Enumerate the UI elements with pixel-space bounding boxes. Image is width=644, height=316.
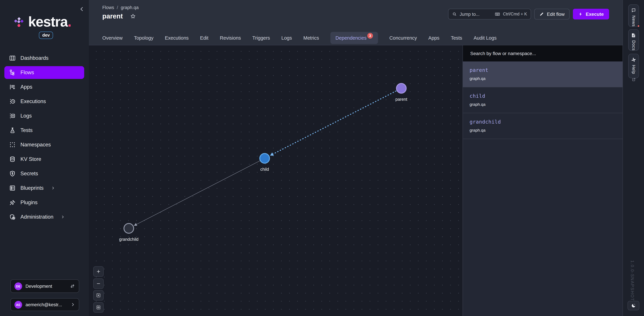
sidebar: kestra. dev DashboardsFlowsAppsExecution… [0, 0, 89, 316]
sidebar-item-label: Flows [20, 70, 34, 76]
sidebar-item-label: Dashboards [20, 55, 48, 61]
dependency-graph-canvas[interactable]: parentchildgrandchild [89, 45, 462, 316]
content-area: parentchildgrandchild parentgraph.qachil… [89, 45, 622, 316]
apps-icon [9, 84, 16, 90]
sidebar-item-tests[interactable]: Tests [4, 124, 84, 137]
sidebar-item-label: Logs [20, 113, 32, 119]
jump-to-search[interactable]: Jump to... Ctrl/Cmd + K [448, 9, 531, 20]
execute-button[interactable]: Execute [573, 9, 609, 20]
dependency-flow-name: grandchild [470, 119, 616, 125]
sidebar-item-label: Apps [20, 84, 32, 90]
edit-flow-label: Edit flow [547, 12, 565, 17]
tab-executions[interactable]: Executions [165, 35, 189, 41]
toolbar-help-button[interactable]: Help [628, 54, 639, 78]
sidebar-item-apps[interactable]: Apps [4, 81, 84, 93]
tab-overview[interactable]: Overview [102, 35, 122, 41]
sidebar-item-namespaces[interactable]: Namespaces [4, 138, 84, 151]
fit-view-button[interactable] [93, 302, 104, 312]
header-actions: Jump to... Ctrl/Cmd + K Edit flow [448, 9, 609, 20]
clear-selection-icon [96, 293, 101, 298]
breadcrumb-namespace[interactable]: graph.qa [121, 5, 139, 10]
kvstore-icon [9, 156, 16, 163]
sidebar-item-kv-store[interactable]: KV Store [4, 153, 84, 166]
zoom-in-button[interactable] [93, 266, 104, 277]
toolbar-news-button[interactable]: News [628, 4, 639, 27]
sidebar-collapse-icon[interactable] [79, 6, 85, 12]
lightning-bolt-icon [578, 12, 583, 17]
dependency-item-child[interactable]: childgraph.qa [463, 87, 622, 113]
sidebar-item-executions[interactable]: Executions [4, 95, 84, 108]
dependency-list: parentgraph.qachildgraph.qagrandchildgra… [463, 62, 622, 139]
docs-icon [631, 33, 636, 38]
tab-tests[interactable]: Tests [451, 35, 462, 41]
dependency-item-grandchild[interactable]: grandchildgraph.qa [463, 113, 622, 139]
tab-label: Dependencies [336, 35, 366, 41]
graph-node-parent[interactable] [396, 84, 406, 93]
executions-icon [9, 98, 16, 105]
swap-icon [70, 283, 75, 289]
sidebar-item-blueprints[interactable]: Blueprints [4, 182, 84, 194]
sidebar-item-label: Executions [20, 98, 46, 104]
dependency-namespace: graph.qa [470, 128, 616, 133]
graph-node-grandchild[interactable] [124, 223, 134, 233]
breadcrumb-flows[interactable]: Flows [102, 5, 114, 10]
sidebar-item-plugins[interactable]: Plugins [4, 196, 84, 209]
external-link-icon [632, 77, 636, 82]
zoom-out-button[interactable] [93, 278, 104, 289]
right-toolbar: NewsDocsHelp 1.0.0-SNAPSHOT [622, 0, 644, 316]
user-menu[interactable]: AE aemerich@kestr... [10, 298, 79, 311]
user-name: aemerich@kestr... [26, 302, 67, 307]
toolbar-label: Docs [631, 40, 636, 51]
graph-node-label-grandchild: grandchild [119, 237, 138, 242]
dependency-flow-name: parent [470, 67, 616, 73]
toolbar-docs-button[interactable]: Docs [628, 29, 639, 51]
dependency-search-input[interactable] [470, 50, 616, 56]
theme-toggle-button[interactable] [628, 301, 639, 310]
logs-icon [9, 113, 16, 119]
tab-concurrency[interactable]: Concurrency [390, 35, 417, 41]
tests-icon [9, 127, 16, 134]
dependency-graph: parentchildgrandchild [89, 45, 462, 316]
tab-revisions[interactable]: Revisions [220, 35, 241, 41]
tab-logs[interactable]: Logs [282, 35, 292, 41]
graph-node-label-parent: parent [396, 97, 407, 102]
fit-view-icon [96, 305, 101, 310]
tab-topology[interactable]: Topology [134, 35, 154, 41]
tab-badge: 3 [367, 33, 373, 39]
kestra-app: kestra. dev DashboardsFlowsAppsExecution… [0, 0, 644, 316]
tab-bar: OverviewTopologyExecutionsEditRevisionsT… [89, 31, 622, 45]
sidebar-item-logs[interactable]: Logs [4, 110, 84, 122]
sidebar-item-dashboards[interactable]: Dashboards [4, 52, 84, 65]
workspace-name: Development [26, 283, 66, 289]
workspace-switcher[interactable]: DE Development [10, 279, 79, 293]
sidebar-item-flows[interactable]: Flows [4, 66, 84, 79]
plus-icon [96, 269, 101, 274]
chevron-right-icon [59, 215, 66, 219]
tab-dependencies[interactable]: Dependencies3 [330, 32, 378, 44]
tab-apps[interactable]: Apps [428, 35, 440, 41]
notification-dot [637, 25, 640, 28]
jump-to-placeholder: Jump to... [460, 12, 492, 17]
news-icon [631, 8, 636, 13]
sidebar-item-secrets[interactable]: Secrets [4, 167, 84, 180]
sidebar-item-administration[interactable]: Administration [4, 211, 84, 223]
tab-triggers[interactable]: Triggers [252, 35, 270, 41]
edge-parent-child [273, 88, 401, 154]
slack-icon [631, 57, 636, 63]
tab-audit-logs[interactable]: Audit Logs [474, 35, 496, 41]
edit-flow-button[interactable]: Edit flow [534, 9, 570, 20]
favorite-star-icon[interactable] [130, 13, 136, 20]
tab-edit[interactable]: Edit [200, 35, 208, 41]
kestra-logo[interactable]: kestra. [14, 15, 71, 29]
tab-label: Executions [165, 35, 189, 41]
tab-metrics[interactable]: Metrics [304, 35, 319, 41]
tab-label: Overview [102, 35, 122, 41]
environment-badge[interactable]: dev [39, 32, 53, 39]
graph-node-label-child: child [260, 167, 269, 172]
clear-selection-button[interactable] [93, 290, 104, 300]
dependency-item-parent[interactable]: parentgraph.qa [463, 62, 622, 87]
breadcrumb-separator: / [117, 5, 118, 10]
dependency-namespace: graph.qa [470, 76, 616, 81]
graph-node-child[interactable] [260, 153, 270, 163]
dependency-search [463, 45, 622, 62]
